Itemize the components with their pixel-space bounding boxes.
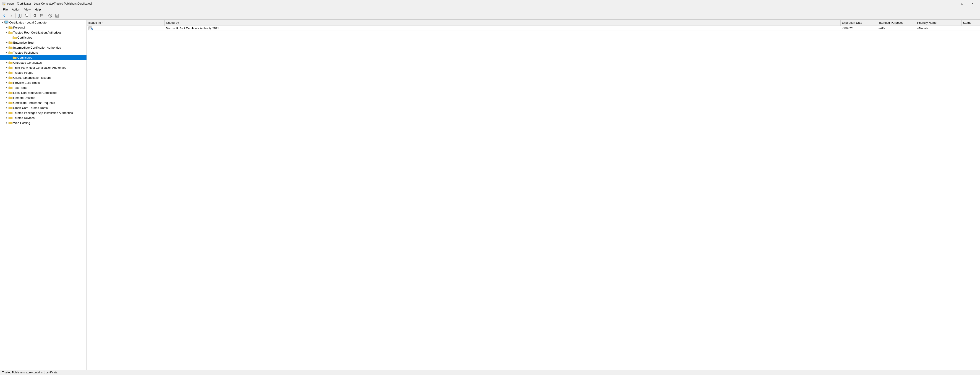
svg-rect-22 [5, 23, 7, 24]
tree-items-container: ▶Personal▼Trusted Root Certification Aut… [0, 25, 86, 125]
col-header-issued-to[interactable]: Issued To ▲ [87, 20, 165, 25]
tree-panel: ▼ Certificates - Local Computer ▶Persona… [0, 20, 87, 370]
expand-btn-smart-card-roots[interactable]: ▶ [5, 106, 8, 110]
cell-friendly: <None> [916, 26, 961, 30]
root-expand-icon[interactable]: ▼ [1, 21, 4, 24]
col-header-status[interactable]: Status [961, 20, 980, 25]
expand-btn-enterprise-trust[interactable]: ▶ [5, 41, 8, 44]
folder-icon [8, 41, 13, 44]
folder-icon [8, 66, 13, 69]
col-header-issued-by[interactable]: Issued By [165, 20, 840, 25]
expand-btn-client-auth-issuers[interactable]: ▶ [5, 76, 8, 79]
tree-item-test-roots[interactable]: ▶Test Roots [0, 85, 86, 90]
toolbar-separator-1 [15, 13, 16, 18]
menu-action[interactable]: Action [10, 7, 22, 12]
menu-bar: File Action View Help [0, 7, 980, 12]
expand-btn-intermediate-ca[interactable]: ▶ [5, 46, 8, 49]
app-icon: ★ [2, 2, 6, 5]
expand-btn-personal[interactable]: ▶ [5, 25, 8, 29]
tree-item-third-party-root[interactable]: ▶Third-Party Root Certification Authorit… [0, 65, 86, 70]
forward-button[interactable] [8, 13, 14, 19]
menu-file[interactable]: File [1, 7, 10, 12]
properties-icon [55, 14, 59, 17]
tree-item-preview-build-roots[interactable]: ▶Preview Build Roots [0, 80, 86, 85]
folder-icon [8, 116, 13, 119]
show-hide-console-button[interactable] [16, 13, 23, 19]
tree-item-web-hosting[interactable]: ▶Web Hosting [0, 120, 86, 125]
tree-label-trusted-devices: Trusted Devices [13, 116, 35, 119]
tree-item-intermediate-ca[interactable]: ▶Intermediate Certification Authorities [0, 45, 86, 50]
cell-expiration: 7/8/2026 [840, 26, 877, 30]
window-title: certlm - [Certificates - Local Computer\… [7, 2, 92, 5]
back-button[interactable] [1, 13, 8, 19]
tree-label-trusted-root: Trusted Root Certification Authorities [13, 31, 61, 34]
col-header-friendly[interactable]: Friendly Name [916, 20, 961, 25]
tree-item-trusted-root-certs[interactable]: ▶Certificates [0, 35, 86, 40]
tree-root[interactable]: ▼ Certificates - Local Computer [0, 20, 86, 25]
cell-status [961, 26, 980, 30]
forward-icon [10, 14, 13, 17]
tree-label-untrusted-certs: Untrusted Certificates [13, 61, 42, 64]
tree-label-personal: Personal [13, 26, 25, 29]
expand-btn-trusted-packaged-app[interactable]: ▶ [5, 111, 8, 114]
tree-item-client-auth-issuers[interactable]: ▶Client Authentication Issuers [0, 75, 86, 80]
tree-item-trusted-people[interactable]: ▶Trusted People [0, 70, 86, 75]
properties-button[interactable] [54, 13, 60, 19]
expand-btn-web-hosting[interactable]: ▶ [5, 121, 8, 125]
help-button[interactable]: ? [47, 13, 53, 19]
menu-view[interactable]: View [22, 7, 32, 12]
expand-btn-third-party-root[interactable]: ▶ [5, 66, 8, 69]
tree-item-trusted-packaged-app[interactable]: ▶Trusted Packaged App Installation Autho… [0, 110, 86, 115]
menu-help[interactable]: Help [33, 7, 43, 12]
expand-btn-test-roots[interactable]: ▶ [5, 86, 8, 89]
tree-label-remote-desktop: Remote Desktop [13, 96, 35, 100]
list-header: Issued To ▲ Issued By Expiration Date In… [87, 20, 980, 26]
tree-item-enterprise-trust[interactable]: ▶Enterprise Trust [0, 40, 86, 45]
tree-item-smart-card-roots[interactable]: ▶Smart Card Trusted Roots [0, 105, 86, 110]
console-tree-icon [18, 14, 21, 17]
folder-icon [8, 91, 13, 94]
tree-item-trusted-devices[interactable]: ▶Trusted Devices [0, 115, 86, 120]
col-header-purposes[interactable]: Intended Purposes [877, 20, 916, 25]
svg-rect-11 [40, 14, 43, 17]
expand-btn-remote-desktop[interactable]: ▶ [5, 96, 8, 100]
expand-btn-trusted-root[interactable]: ▼ [5, 30, 8, 34]
tree-item-trusted-root[interactable]: ▼Trusted Root Certification Authorities [0, 30, 86, 35]
folder-icon [8, 46, 13, 49]
refresh-button[interactable] [32, 13, 38, 19]
folder-icon [8, 101, 13, 105]
minimize-button[interactable]: ─ [947, 0, 957, 7]
expand-btn-untrusted-certs[interactable]: ▶ [5, 61, 8, 64]
export-button[interactable] [38, 13, 45, 19]
maximize-button[interactable]: □ [957, 0, 967, 7]
col-header-expiration[interactable]: Expiration Date [840, 20, 877, 25]
list-panel: Issued To ▲ Issued By Expiration Date In… [87, 20, 980, 370]
expand-btn-trusted-people[interactable]: ▶ [5, 71, 8, 75]
folder-icon [13, 56, 17, 59]
tree-item-personal[interactable]: ▶Personal [0, 25, 86, 30]
folder-icon [8, 96, 13, 100]
expand-btn-preview-build-roots[interactable]: ▶ [5, 81, 8, 84]
tree-item-trusted-publishers-certs[interactable]: ▶Certificates [0, 55, 86, 60]
cell-purposes: <All> [877, 26, 916, 30]
expand-btn-local-nonremovable[interactable]: ▶ [5, 91, 8, 94]
close-button[interactable]: ✕ [967, 0, 978, 7]
svg-rect-10 [26, 14, 28, 16]
expand-btn-trusted-publishers[interactable]: ▼ [5, 51, 8, 54]
tree-item-local-nonremovable[interactable]: ▶Local NonRemovable Certificates [0, 90, 86, 95]
expand-btn-trusted-devices[interactable]: ▶ [5, 116, 8, 119]
expand-btn-cert-enrollment[interactable]: ▶ [5, 101, 8, 105]
refresh-icon [33, 14, 37, 17]
tree-item-trusted-publishers[interactable]: ▼Trusted Publishers [0, 50, 86, 55]
tree-label-trusted-people: Trusted People [13, 71, 33, 75]
new-window-button[interactable] [23, 13, 30, 19]
list-row[interactable]: Microsoft Root Certificate Authority 201… [87, 26, 980, 31]
folder-icon [8, 71, 13, 75]
folder-icon [8, 111, 13, 114]
tree-item-untrusted-certs[interactable]: ▶Untrusted Certificates [0, 60, 86, 65]
cell-issued-to [87, 26, 165, 30]
sort-arrow-issued-to: ▲ [102, 22, 103, 24]
tree-item-remote-desktop[interactable]: ▶Remote Desktop [0, 95, 86, 100]
toolbar-separator-2 [30, 13, 31, 18]
tree-item-cert-enrollment[interactable]: ▶Certificate Enrollment Requests [0, 100, 86, 105]
